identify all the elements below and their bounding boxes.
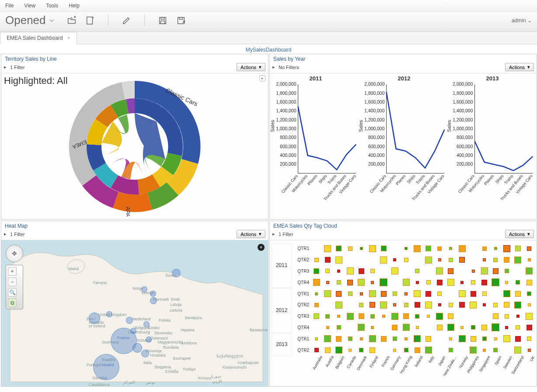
heatmap-cell[interactable] [311, 243, 322, 254]
heatmap-cell[interactable] [423, 288, 434, 299]
heatmap-cell[interactable] [479, 344, 490, 356]
bubble-sweden[interactable] [150, 291, 156, 297]
heatmap-cell[interactable] [490, 311, 502, 322]
heatmap-cell[interactable] [479, 288, 490, 299]
line-chart-2012[interactable]: 2012Sales200,000400,000600,000800,0001,0… [360, 75, 448, 219]
heatmap-cell[interactable] [423, 254, 434, 266]
heatmap-cell[interactable] [467, 243, 479, 254]
heatmap-cell[interactable] [523, 344, 535, 356]
heatmap-cell[interactable] [513, 266, 524, 277]
heatmap-cell[interactable] [401, 344, 412, 356]
heatmap-cell[interactable] [311, 277, 322, 288]
heatmap-cell[interactable] [434, 254, 446, 266]
heatmap-cell[interactable] [345, 288, 356, 299]
heatmap-cell[interactable] [445, 266, 457, 277]
heatmap-cell[interactable] [367, 322, 378, 333]
heatmap-cell[interactable] [345, 277, 356, 288]
bubble-switz[interactable] [133, 343, 142, 353]
heatmap-cell[interactable] [378, 311, 390, 322]
heatmap-cell[interactable] [423, 266, 434, 277]
heatmap-cell[interactable] [333, 311, 345, 322]
heatmap-cell[interactable] [311, 344, 322, 356]
heatmap-cell[interactable] [322, 266, 334, 277]
heatmap-cell[interactable] [467, 344, 479, 356]
new-file-icon[interactable] [85, 16, 95, 25]
heatmap-cell[interactable] [467, 333, 479, 344]
save-icon[interactable] [158, 16, 167, 25]
heatmap-cell[interactable] [333, 288, 345, 299]
heatmap-cell[interactable] [311, 299, 322, 311]
heatmap-cell[interactable] [311, 254, 322, 266]
collapse-button[interactable]: ▸ [259, 75, 265, 81]
bubble-finland[interactable] [172, 269, 181, 278]
heatmap-cell[interactable] [501, 333, 513, 344]
heatmap-cell[interactable] [411, 288, 423, 299]
bubble-germany[interactable] [143, 321, 150, 327]
heatmap-cell[interactable] [501, 254, 513, 266]
heatmap-cell[interactable] [356, 322, 367, 333]
heatmap-cell[interactable] [467, 322, 479, 333]
heatmap-cell[interactable] [356, 311, 367, 322]
heatmap-cell[interactable] [356, 299, 367, 311]
heatmap-cell[interactable] [490, 243, 502, 254]
heatmap-cell[interactable] [445, 344, 457, 356]
heatmap-cell[interactable] [479, 243, 490, 254]
heatmap-cell[interactable] [411, 322, 423, 333]
heatmap-cell[interactable] [401, 266, 412, 277]
menu-view[interactable]: View [24, 3, 35, 9]
heatmap-cell[interactable] [423, 243, 434, 254]
heatmap-cell[interactable] [457, 299, 468, 311]
heatmap-cell[interactable] [411, 266, 423, 277]
bubble-uk[interactable] [106, 311, 112, 317]
heatmap-cell[interactable] [513, 243, 524, 254]
heatmap-cell[interactable] [490, 288, 502, 299]
heatmap-cell[interactable] [490, 254, 502, 266]
bubble-italy[interactable] [141, 350, 149, 357]
heatmap-cell[interactable] [523, 299, 535, 311]
heatmap-cell[interactable] [457, 254, 468, 266]
heatmap-cell[interactable] [333, 254, 345, 266]
heatmap-cell[interactable] [479, 254, 490, 266]
heatmap-cell[interactable] [311, 266, 322, 277]
heatmap-cell[interactable] [322, 311, 334, 322]
heatmap-cell[interactable] [434, 311, 446, 322]
heatmap-cell[interactable] [345, 243, 356, 254]
bubble-ireland[interactable] [89, 312, 100, 324]
heatmap-cell[interactable] [523, 322, 535, 333]
heatmap-cell[interactable] [367, 254, 378, 266]
actions-button[interactable]: Actions▾ [505, 63, 534, 71]
heatmap-cell[interactable] [467, 288, 479, 299]
heatmap-cell[interactable] [423, 344, 434, 356]
heatmap-cell[interactable] [378, 333, 390, 344]
heatmap-cell[interactable] [434, 344, 446, 356]
heatmap-cell[interactable] [367, 243, 378, 254]
heatmap-cell[interactable] [322, 344, 334, 356]
menu-file[interactable]: File [5, 3, 14, 9]
heatmap-cell[interactable] [523, 288, 535, 299]
heatmap-cell[interactable] [322, 322, 334, 333]
heatmap-cell[interactable] [367, 277, 378, 288]
heatmap-cell[interactable] [434, 322, 446, 333]
line-chart-2013[interactable]: 2013Sales200,000400,000600,000800,0001,0… [448, 75, 537, 219]
heatmap-cell[interactable] [311, 311, 322, 322]
bubble-denmark[interactable] [150, 297, 157, 304]
heatmap-cell[interactable] [457, 344, 468, 356]
heatmap-cell[interactable] [501, 299, 513, 311]
heatmap-cell[interactable] [445, 277, 457, 288]
heatmap-cell[interactable] [523, 311, 535, 322]
menu-help[interactable]: Help [69, 3, 80, 9]
heatmap-cell[interactable] [322, 243, 334, 254]
heatmap-cell[interactable] [513, 333, 524, 344]
heatmap-cell[interactable] [378, 288, 390, 299]
heatmap-cell[interactable] [367, 299, 378, 311]
heatmap-cell[interactable] [457, 277, 468, 288]
heatmap-cell[interactable] [356, 333, 367, 344]
heatmap-cell[interactable] [389, 344, 401, 356]
heatmap-cell[interactable] [411, 243, 423, 254]
heatmap-cell[interactable] [490, 266, 502, 277]
close-icon[interactable]: × [67, 35, 70, 41]
heatmap-cell[interactable] [434, 299, 446, 311]
expand-filter-icon[interactable]: ▸ [272, 231, 275, 237]
heatmap-cell[interactable] [490, 277, 502, 288]
actions-button[interactable]: Actions▾ [505, 230, 534, 238]
